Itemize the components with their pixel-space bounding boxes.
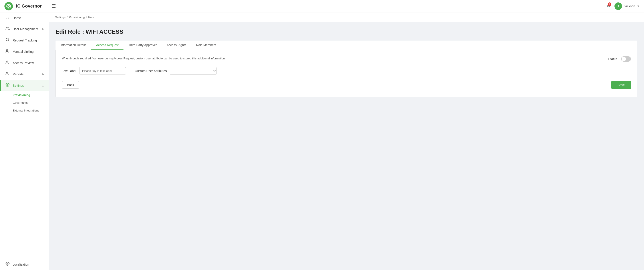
info-note: When input is required from user during … (62, 56, 608, 61)
layout: ⌂ Home User Management ▶ R (0, 12, 644, 270)
sidebar-sub-label: Provisioning (13, 93, 30, 97)
breadcrumb-current: Role (88, 15, 94, 19)
sidebar-item-manual-linking[interactable]: Manual Linking (0, 46, 49, 57)
sidebar-submenu: Provisioning Governance External Integra… (0, 91, 49, 114)
save-button[interactable]: Save (611, 81, 631, 89)
sidebar: ⌂ Home User Management ▶ R (0, 12, 49, 270)
tab-access-rights[interactable]: Access Rights (162, 41, 191, 50)
sidebar-item-home[interactable]: ⌂ Home (0, 12, 49, 23)
header-right: ✉ 1 J Jackson ▼ (606, 2, 640, 10)
action-row: Back Save (62, 81, 631, 89)
svg-point-11 (6, 72, 8, 73)
sidebar-sub-label: Governance (13, 101, 28, 104)
app-logo (4, 2, 13, 10)
link-icon (5, 49, 10, 54)
chevron-right-icon: ▶ (42, 73, 44, 76)
sidebar-item-request-tracking[interactable]: Request Tracking (0, 35, 49, 46)
header-left: IC Governor ☰ (4, 2, 56, 10)
sidebar-item-label: Request Tracking (13, 39, 44, 42)
content-card: When input is required from user during … (56, 50, 637, 97)
sidebar-sub-label: External Integrations (13, 109, 39, 112)
page-title: Edit Role : WIFI ACCESS (56, 28, 637, 35)
text-label-field: Text Label (62, 67, 126, 74)
text-label-label: Text Label (62, 69, 76, 73)
custom-user-attributes-label: Custom User Attributes (135, 69, 167, 73)
breadcrumb-sep: / (86, 15, 87, 19)
sidebar-sub-item-provisioning[interactable]: Provisioning (0, 91, 49, 99)
svg-line-8 (8, 40, 9, 41)
breadcrumb-provisioning[interactable]: Provisioning (69, 15, 85, 19)
notification-button[interactable]: ✉ 1 (606, 3, 610, 9)
svg-point-12 (7, 84, 8, 86)
sidebar-item-label: Localization (13, 263, 44, 266)
access-review-icon (5, 60, 10, 65)
breadcrumb-sep: / (67, 15, 68, 19)
user-name: Jackson (624, 4, 635, 8)
status-label: Status (608, 57, 617, 61)
custom-user-attributes-select[interactable] (170, 67, 216, 75)
sidebar-item-label: Manual Linking (13, 50, 44, 53)
svg-point-6 (6, 27, 8, 28)
hamburger-button[interactable]: ☰ (52, 3, 56, 9)
sidebar-item-user-management[interactable]: User Management ▶ (0, 23, 49, 35)
localization-icon (5, 262, 10, 267)
info-status-row: When input is required from user during … (62, 56, 631, 62)
user-avatar: J (614, 2, 622, 10)
custom-user-attributes-field: Custom User Attributes (135, 67, 216, 75)
svg-point-10 (6, 61, 8, 62)
top-header: IC Governor ☰ ✉ 1 J Jackson ▼ (0, 0, 644, 12)
svg-point-7 (6, 38, 9, 41)
sidebar-item-access-review[interactable]: Access Review (0, 57, 49, 68)
form-row: Text Label Custom User Attributes (62, 67, 631, 75)
sidebar-item-localization[interactable]: Localization (0, 259, 49, 270)
chevron-right-icon: ▶ (42, 27, 44, 30)
sidebar-item-label: Home (13, 16, 44, 20)
chevron-down-icon: ▼ (637, 5, 640, 8)
tab-information-details[interactable]: Information Details (56, 41, 91, 50)
breadcrumb-settings[interactable]: Settings (55, 15, 66, 19)
users-icon (5, 26, 10, 31)
status-toggle-wrap: Status (608, 56, 631, 62)
sidebar-item-label: Settings (13, 84, 39, 87)
text-label-input[interactable] (79, 67, 126, 74)
search-icon (5, 38, 10, 43)
app-title: IC Governor (16, 3, 42, 9)
sidebar-sub-item-external-integrations[interactable]: External Integrations (0, 107, 49, 114)
sidebar-item-label: Reports (13, 72, 40, 76)
tab-role-members[interactable]: Role Members (191, 41, 221, 50)
svg-point-13 (7, 263, 8, 265)
tab-third-party-approver[interactable]: Third Party Approver (124, 41, 162, 50)
page-body: Edit Role : WIFI ACCESS Information Deta… (49, 22, 644, 103)
chevron-up-icon: ▲ (42, 84, 44, 87)
breadcrumb: Settings / Provisioning / Role (49, 12, 644, 22)
settings-icon (5, 83, 10, 88)
sidebar-item-label: User Management (13, 27, 40, 31)
back-button[interactable]: Back (62, 81, 79, 89)
tab-access-request[interactable]: Access Request (91, 41, 124, 50)
sidebar-sub-item-governance[interactable]: Governance (0, 99, 49, 107)
main-content: Settings / Provisioning / Role Edit Role… (49, 12, 644, 270)
sidebar-item-reports[interactable]: Reports ▶ (0, 68, 49, 80)
sidebar-item-label: Access Review (13, 61, 44, 65)
notification-badge: 1 (608, 2, 611, 6)
tab-bar: Information Details Access Request Third… (56, 41, 637, 50)
reports-icon (5, 72, 10, 77)
svg-point-9 (6, 49, 8, 51)
sidebar-item-settings[interactable]: Settings ▲ (0, 80, 49, 91)
svg-point-1 (8, 5, 9, 7)
home-icon: ⌂ (5, 15, 10, 20)
status-toggle[interactable] (621, 56, 631, 62)
user-menu-button[interactable]: J Jackson ▼ (614, 2, 640, 10)
